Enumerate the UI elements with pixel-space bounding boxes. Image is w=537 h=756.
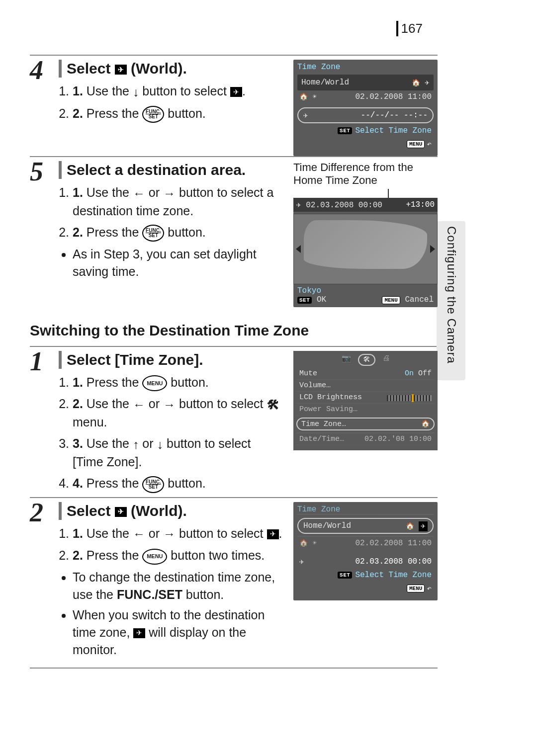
annotation-time-diff: Time Difference from the Home Time Zone — [293, 161, 438, 187]
world-icon — [115, 65, 127, 75]
menu-tag: MENU — [382, 296, 400, 304]
set-tag: SET — [338, 572, 352, 579]
menu-button-icon: MENU — [142, 549, 167, 565]
plane-icon — [303, 110, 308, 120]
sun-icon — [313, 539, 317, 548]
menu-time-zone: Time Zone… — [301, 420, 346, 428]
annotation-leader-line — [388, 189, 438, 198]
screenshot-settings-menu: 📷 🛠 🖨 MuteOn Off Volume… LCD Brightness … — [293, 351, 438, 497]
menu-button-icon: MENU — [142, 375, 167, 391]
world-icon — [115, 507, 127, 517]
lcd-title: Time Zone — [297, 63, 434, 72]
lcd-title: Time Zone — [297, 505, 434, 515]
step4-li2: 2. Press the FUNC.SET button. — [73, 105, 283, 123]
home-icon — [421, 420, 430, 428]
menu-volume: Volume… — [299, 381, 331, 390]
plane-icon — [425, 79, 430, 87]
step5-li2: 2. Press the FUNC.SET button. — [73, 224, 283, 242]
menu-tag: MENU — [407, 585, 425, 592]
arrow-left-icon — [296, 245, 301, 253]
arrow-right-icon: → — [163, 185, 176, 202]
step5-bullet: As in Step 3, you can set daylight savin… — [73, 246, 283, 280]
menu-date-time: Date/Time… — [299, 435, 344, 443]
step2-bullet2: When you switch to the destination time … — [73, 606, 283, 659]
home-icon — [299, 92, 308, 101]
arrow-left-icon: ← — [133, 525, 145, 543]
home-icon — [406, 522, 414, 531]
step-1: 1 Select [Time Zone]. 1. Press the MENU … — [30, 346, 438, 497]
step-number: 5 — [30, 158, 59, 185]
step-5: 5 Select a destination area. 1. Use the … — [30, 156, 438, 307]
step1-li3: 3. Use the ↑ or ↓ button to select [Time… — [73, 435, 283, 471]
menu-power-saving: Power Saving… — [299, 405, 358, 414]
tools-tab-icon: 🛠 — [358, 354, 375, 366]
func-set-button-icon: FUNC.SET — [142, 225, 164, 242]
step1-li1: 1. Press the MENU button. — [73, 374, 283, 391]
step-title: Select a destination area. — [59, 161, 283, 179]
world-icon — [267, 529, 279, 539]
func-set-button-icon: FUNC.SET — [142, 106, 164, 123]
undo-icon: ↶ — [427, 584, 432, 593]
home-icon — [412, 79, 420, 87]
menu-lcd-brightness: LCD Brightness — [299, 393, 362, 402]
lcd-home-world: Home/World — [301, 78, 349, 87]
step1-li4: 4. Press the FUNC.SET button. — [73, 475, 283, 493]
undo-icon: ↶ — [427, 139, 432, 149]
world-map — [293, 214, 438, 284]
lcd-ok: OK — [317, 295, 326, 304]
plane-icon — [299, 557, 304, 567]
screenshot-map: Time Difference from the Home Time Zone … — [293, 161, 438, 307]
menu-date-value: 02.02.'08 10:00 — [364, 435, 432, 443]
arrow-right-icon — [430, 245, 435, 253]
lcd-city: Tokyo — [297, 286, 434, 295]
tools-icon: 🛠 — [267, 396, 279, 414]
world-icon — [230, 87, 242, 97]
world-icon — [133, 628, 145, 638]
lcd-select-tz: Select Time Zone — [355, 126, 432, 135]
step5-li1: 1. Use the ← or → button to select a des… — [73, 184, 283, 220]
arrow-down-icon: ↓ — [133, 84, 139, 101]
lcd-home-date: 02.02.2008 11:00 — [355, 539, 432, 548]
lcd-home-date: 02.02.2008 11:00 — [355, 92, 432, 101]
lcd-select-tz: Select Time Zone — [355, 571, 432, 580]
step2-li2: 2. Press the MENU button two times. — [73, 547, 283, 564]
page-number: 167 — [396, 21, 423, 36]
lcd-map-date: 02.03.2008 00:00 — [306, 201, 382, 210]
plane-icon — [296, 201, 301, 210]
print-tab-icon: 🖨 — [382, 354, 390, 366]
step-2: 2 Select (World). 1. Use the ← or → butt… — [30, 497, 438, 669]
arrow-up-icon: ↑ — [133, 436, 139, 453]
step4-li1: 1. Use the ↓ button to select . — [73, 83, 283, 101]
step2-li1: 1. Use the ← or → button to select . — [73, 525, 283, 543]
step-number: 4 — [30, 57, 59, 84]
camera-tab-icon: 📷 — [342, 354, 351, 366]
side-tab-label: Configuring the Camera — [445, 226, 458, 364]
sun-icon — [313, 92, 317, 101]
menu-tag: MENU — [407, 140, 425, 148]
arrow-right-icon: → — [163, 525, 176, 543]
set-tag: SET — [338, 127, 352, 134]
screenshot-timezone: Time Zone Home/World 02.02.2008 11:00 --… — [293, 60, 438, 156]
step-title: Select [Time Zone]. — [59, 351, 283, 369]
screenshot-timezone-world: Time Zone Home/World 02.02.2008 11:00 02… — [293, 502, 438, 662]
lcd-world-date: 02.03.2008 00:00 — [355, 557, 432, 566]
home-icon — [299, 539, 308, 548]
arrow-left-icon: ← — [133, 396, 145, 414]
lcd-cancel: Cancel — [405, 295, 434, 304]
func-set-button-icon: FUNC.SET — [142, 476, 164, 493]
arrow-down-icon: ↓ — [157, 436, 164, 453]
page: 167 Configuring the Camera 4 Select (Wor… — [0, 0, 537, 756]
step-number: 2 — [30, 499, 59, 526]
plane-icon — [421, 522, 426, 531]
lcd-world-date: --/--/-- --:-- — [361, 111, 428, 120]
content: 4 Select (World). 1. Use the ↓ button to… — [30, 55, 438, 669]
section-heading: Switching to the Destination Time Zone — [30, 322, 438, 339]
step-4: 4 Select (World). 1. Use the ↓ button to… — [30, 55, 438, 156]
set-tag: SET — [297, 297, 312, 304]
menu-mute: Mute — [299, 369, 317, 378]
lcd-home-world: Home/World — [303, 521, 351, 530]
step2-bullet1: To change the destination time zone, use… — [73, 569, 283, 603]
arrow-right-icon: → — [163, 396, 176, 414]
step-title: Select (World). — [59, 60, 283, 78]
lcd-map-offset: +13:00 — [406, 200, 435, 209]
